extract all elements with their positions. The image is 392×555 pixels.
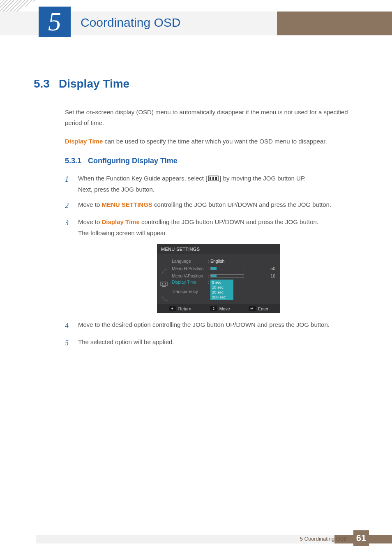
osd-body: Language : English Menu H-Position : 50 … xyxy=(157,254,280,304)
step1-c: Next, press the JOG button. xyxy=(78,184,362,195)
osd-label: Menu V-Position xyxy=(161,273,206,278)
page-number-box: 61 xyxy=(353,530,369,546)
step-1: 1 When the Function Key Guide appears, s… xyxy=(65,173,362,195)
step-text: Move to MENU SETTINGS controlling the JO… xyxy=(78,199,362,212)
osd-label-highlight: Display Time xyxy=(161,280,206,284)
osd-key-move: Move xyxy=(210,306,230,311)
step1-b: by moving the JOG button UP. xyxy=(221,175,306,182)
step-2: 2 Move to MENU SETTINGS controlling the … xyxy=(65,199,362,212)
osd-header: MENU SETTINGS xyxy=(157,244,280,254)
menu-icon xyxy=(208,176,219,181)
osd-key-label: Move xyxy=(219,306,230,311)
osd-row-transparency: Transparency xyxy=(161,288,275,295)
step-number: 3 xyxy=(65,216,71,238)
step-4: 4 Move to the desired option controlling… xyxy=(65,319,362,332)
osd-value: English xyxy=(210,259,265,264)
step1-a: When the Function Key Guide appears, sel… xyxy=(78,175,205,182)
footer-grey-band xyxy=(36,535,334,543)
osd-option: 5 sec xyxy=(212,280,232,285)
osd-screenshot: MENU SETTINGS Language : English Menu H-… xyxy=(157,244,280,313)
osd-key-label: Enter xyxy=(258,306,268,311)
svg-marker-7 xyxy=(212,307,215,308)
section-number: 5.3 xyxy=(34,77,50,90)
page-number: 61 xyxy=(356,533,366,543)
svg-marker-6 xyxy=(171,308,173,310)
osd-footer: Return Move Enter xyxy=(157,304,280,313)
osd-key-label: Return xyxy=(178,306,191,311)
return-key-icon xyxy=(169,306,176,311)
para2-rest: can be used to specify the time after wh… xyxy=(103,138,327,145)
intro-paragraph-2: Display Time can be used to specify the … xyxy=(65,136,362,147)
intro-paragraph: Set the on-screen display (OSD) menu to … xyxy=(65,107,362,129)
step3-highlight: Display Time xyxy=(102,218,140,225)
osd-slider-value xyxy=(210,273,265,278)
header-brown-accent xyxy=(277,12,392,35)
step-number: 4 xyxy=(65,319,71,332)
chapter-number-box: 5 xyxy=(39,7,71,37)
step-5: 5 The selected option will be applied. xyxy=(65,336,362,349)
step-number: 5 xyxy=(65,336,71,349)
footer-text: 5 Coordinating OSD xyxy=(300,536,348,542)
move-key-icon xyxy=(210,306,217,311)
step-text: When the Function Key Guide appears, sel… xyxy=(78,173,362,195)
osd-slider-value xyxy=(210,266,265,271)
svg-rect-2 xyxy=(212,177,214,180)
osd-label: Language xyxy=(161,259,206,264)
osd-row-language: Language : English xyxy=(161,257,275,265)
step3-b: controlling the JOG button UP/DOWN and p… xyxy=(140,218,318,225)
step2-highlight: MENU SETTINGS xyxy=(102,201,152,208)
enter-key-icon xyxy=(249,306,256,311)
step-text: Move to the desired option controlling t… xyxy=(78,319,362,332)
slider-icon xyxy=(210,274,244,278)
step-number: 1 xyxy=(65,173,71,195)
chapter-number: 5 xyxy=(48,7,61,37)
osd-option: 200 sec xyxy=(212,295,232,300)
osd-number: 50 xyxy=(265,266,275,271)
step-3: 3 Move to Display Time controlling the J… xyxy=(65,216,362,238)
term-display-time: Display Time xyxy=(65,138,103,145)
osd-number: 10 xyxy=(265,273,275,278)
step2-b: controlling the JOG button UP/DOWN and p… xyxy=(152,201,331,208)
svg-rect-5 xyxy=(162,286,166,287)
content-area: 5.3 Display Time Set the on-screen displ… xyxy=(34,77,362,354)
section-title: Display Time xyxy=(59,77,129,90)
subsection-heading: 5.3.1 Configuring Display Time xyxy=(65,157,362,165)
chapter-title: Coordinating OSD xyxy=(81,16,180,30)
subsection-title: Configuring Display Time xyxy=(88,157,178,165)
slider-icon xyxy=(210,267,244,270)
monitor-icon xyxy=(160,281,168,287)
step3-c: The following screen will appear xyxy=(78,227,362,238)
section-heading: 5.3 Display Time xyxy=(34,77,362,90)
step-text: Move to Display Time controlling the JOG… xyxy=(78,216,362,238)
svg-rect-3 xyxy=(215,177,217,180)
step-number: 2 xyxy=(65,199,71,212)
svg-marker-8 xyxy=(212,309,215,310)
svg-marker-9 xyxy=(250,308,251,310)
osd-key-return: Return xyxy=(169,306,191,311)
osd-key-enter: Enter xyxy=(249,306,268,311)
subsection-number: 5.3.1 xyxy=(65,157,81,165)
osd-row-vposition: Menu V-Position : 10 xyxy=(161,272,275,280)
svg-rect-1 xyxy=(210,177,211,180)
step3-a: Move to xyxy=(78,218,102,225)
step2-a: Move to xyxy=(78,201,102,208)
osd-label: Menu H-Position xyxy=(161,266,206,271)
osd-row-hposition: Menu H-Position : 50 xyxy=(161,265,275,272)
osd-label: Transparency xyxy=(161,289,206,294)
step-text: The selected option will be applied. xyxy=(78,336,362,349)
